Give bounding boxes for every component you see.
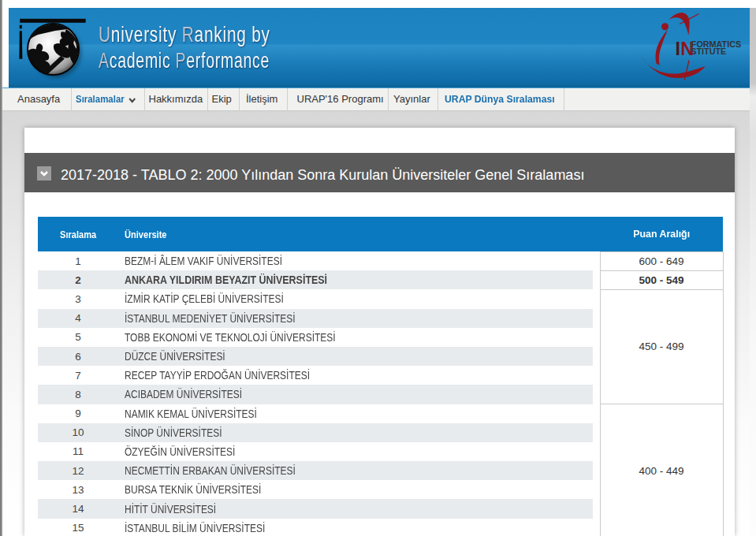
svg-text:STITUTE: STITUTE xyxy=(691,47,726,56)
